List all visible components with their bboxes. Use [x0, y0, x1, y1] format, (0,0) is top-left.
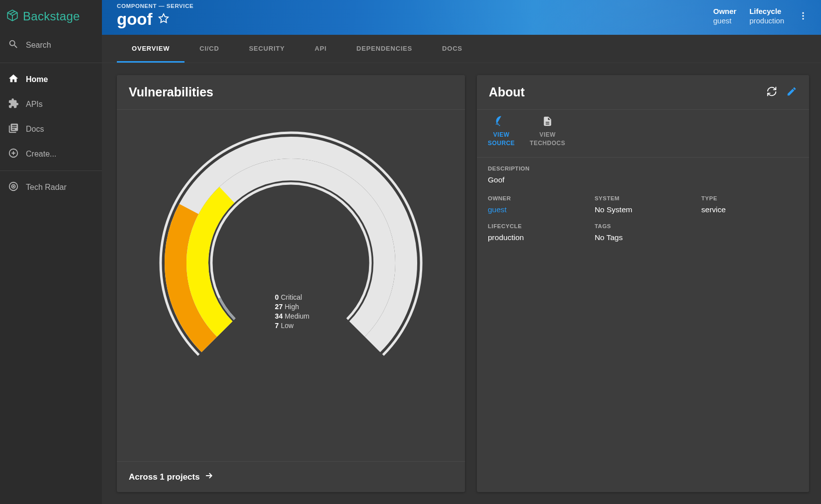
about-type: TYPE service: [701, 195, 798, 214]
breadcrumb: COMPONENT — SERVICE: [117, 3, 193, 9]
view-source-link[interactable]: VIEW SOURCE: [488, 116, 515, 148]
sidebar-item-apis[interactable]: APIs: [0, 92, 102, 117]
about-tags: TAGS No Tags: [595, 223, 692, 242]
vulnerabilities-card: Vulnerabilities 0Critical 27High 34Mediu…: [117, 75, 465, 492]
document-icon: [542, 116, 553, 129]
field-label: LIFECYCLE: [488, 223, 585, 229]
sidebar-item-label: Tech Radar: [26, 183, 67, 192]
about-lifecycle: LIFECYCLE production: [488, 223, 585, 242]
field-label: OWNER: [488, 195, 585, 201]
header-meta-owner: Owner guest: [713, 7, 736, 25]
footer-text: Across 1 projects: [129, 472, 200, 482]
legend-medium: 34Medium: [275, 312, 309, 321]
tab-docs[interactable]: DOCS: [427, 35, 477, 63]
about-card: About VIEW SOURCE VIEW TECHDOCS DESCRIPT…: [477, 75, 809, 492]
gauge-chart: [132, 119, 450, 397]
search-label: Search: [26, 41, 51, 50]
sidebar-logo[interactable]: Backstage: [0, 0, 102, 34]
field-label: DESCRIPTION: [488, 166, 798, 171]
tabs: OVERVIEW CI/CD SECURITY API DEPENDENCIES…: [102, 35, 821, 63]
svg-point-6: [802, 18, 804, 19]
link-label: VIEW TECHDOCS: [530, 131, 565, 148]
sidebar-search[interactable]: Search: [0, 34, 102, 63]
card-header: Vulnerabilities: [117, 75, 465, 110]
edit-icon[interactable]: [786, 86, 797, 99]
tab-security[interactable]: SECURITY: [234, 35, 300, 63]
field-label: TAGS: [595, 223, 692, 229]
nav-secondary: Tech Radar: [0, 171, 102, 204]
card-header: About: [477, 75, 809, 110]
svg-point-3: [13, 186, 14, 187]
page-header: COMPONENT — SERVICE goof Owner guest Lif…: [102, 0, 821, 35]
field-value: Goof: [488, 175, 798, 184]
meta-value: guest: [713, 16, 736, 25]
meta-label: Owner: [713, 7, 736, 15]
extension-icon: [8, 98, 19, 111]
field-label: SYSTEM: [595, 195, 692, 201]
vulnerabilities-body: 0Critical 27High 34Medium 7Low: [117, 110, 465, 461]
main: COMPONENT — SERVICE goof Owner guest Lif…: [102, 0, 821, 504]
sidebar-item-label: Docs: [26, 125, 44, 134]
sidebar: Backstage Search Home APIs Docs Create..…: [0, 0, 102, 504]
card-title: About: [489, 85, 525, 99]
library-books-icon: [8, 123, 19, 136]
gauge-legend: 0Critical 27High 34Medium 7Low: [275, 293, 309, 331]
meta-label: Lifecycle: [749, 7, 784, 15]
field-value: service: [701, 205, 798, 214]
home-icon: [8, 73, 19, 86]
arrow-right-icon: [204, 471, 214, 483]
tab-overview[interactable]: OVERVIEW: [117, 35, 184, 63]
nav-primary: Home APIs Docs Create...: [0, 63, 102, 170]
legend-low: 7Low: [275, 321, 309, 331]
legend-high: 27High: [275, 302, 309, 312]
about-links: VIEW SOURCE VIEW TECHDOCS: [477, 110, 809, 158]
sidebar-item-home[interactable]: Home: [0, 67, 102, 92]
about-owner: OWNER guest: [488, 195, 585, 214]
sidebar-item-tech-radar[interactable]: Tech Radar: [0, 175, 102, 200]
backstage-logo-icon: [6, 9, 19, 24]
field-value: No Tags: [595, 233, 692, 242]
sidebar-item-label: Home: [26, 75, 48, 84]
search-icon: [8, 39, 19, 52]
link-label: VIEW SOURCE: [488, 131, 515, 148]
star-icon[interactable]: [158, 13, 169, 26]
about-description: DESCRIPTION Goof: [477, 158, 809, 187]
about-grid: OWNER guest SYSTEM No System TYPE servic…: [477, 187, 809, 259]
about-system: SYSTEM No System: [595, 195, 692, 214]
tab-api[interactable]: API: [300, 35, 342, 63]
meta-value: production: [749, 16, 784, 25]
svg-point-4: [802, 12, 804, 14]
sidebar-item-create[interactable]: Create...: [0, 142, 102, 167]
sidebar-item-docs[interactable]: Docs: [0, 117, 102, 142]
app-name: Backstage: [23, 9, 80, 23]
sidebar-item-label: APIs: [26, 100, 43, 109]
field-value: production: [488, 233, 585, 242]
view-techdocs-link[interactable]: VIEW TECHDOCS: [530, 116, 565, 148]
sidebar-item-label: Create...: [26, 150, 56, 159]
vulnerabilities-footer[interactable]: Across 1 projects: [117, 461, 465, 492]
refresh-icon[interactable]: [766, 86, 777, 99]
owner-link[interactable]: guest: [488, 205, 585, 214]
content: Vulnerabilities 0Critical 27High 34Mediu…: [102, 63, 821, 504]
tab-cicd[interactable]: CI/CD: [184, 35, 234, 63]
more-icon[interactable]: [797, 7, 809, 23]
svg-point-5: [802, 15, 804, 16]
add-circle-icon: [8, 148, 19, 161]
card-title: Vulnerabilities: [129, 85, 213, 99]
github-icon: [496, 116, 507, 129]
field-value: No System: [595, 205, 692, 214]
tab-dependencies[interactable]: DEPENDENCIES: [342, 35, 427, 63]
header-meta-lifecycle: Lifecycle production: [749, 7, 784, 25]
field-label: TYPE: [701, 195, 798, 201]
target-icon: [8, 181, 19, 194]
legend-critical: 0Critical: [275, 293, 309, 302]
page-title: goof: [117, 10, 152, 29]
